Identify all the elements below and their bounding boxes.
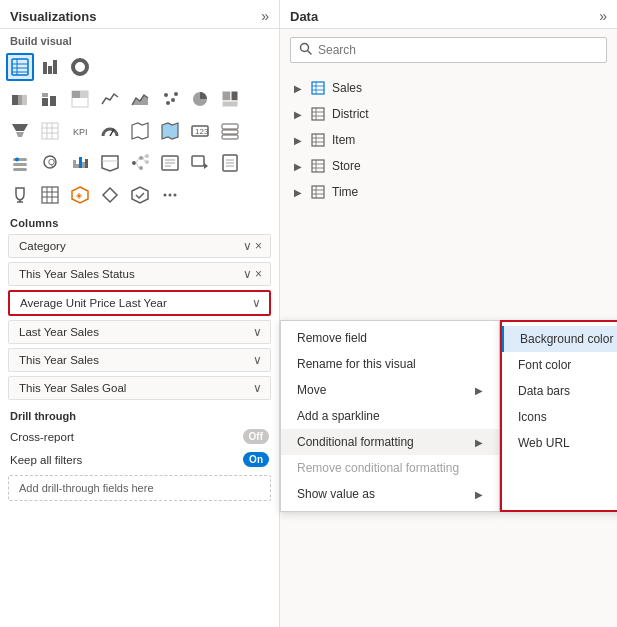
scatter-icon[interactable] bbox=[156, 85, 184, 113]
svg-rect-42 bbox=[222, 130, 238, 134]
custom-icon1[interactable]: ◈ bbox=[66, 181, 94, 209]
narrative-icon[interactable] bbox=[156, 149, 184, 177]
svg-line-62 bbox=[136, 158, 139, 163]
custom-icon2[interactable] bbox=[96, 181, 124, 209]
multirow-card-icon[interactable] bbox=[216, 117, 244, 145]
svg-rect-7 bbox=[53, 60, 57, 74]
menu-conditional-formatting[interactable]: Conditional formatting ▶ bbox=[281, 429, 499, 455]
item-label: Item bbox=[332, 133, 355, 147]
svg-marker-85 bbox=[103, 188, 117, 202]
drill-through-label: Drill through bbox=[0, 402, 279, 425]
right-panel-header: Data » bbox=[280, 0, 617, 29]
svg-rect-13 bbox=[42, 98, 48, 106]
field-category-label: Category bbox=[19, 240, 243, 252]
tree-item-store[interactable]: ▶ Store bbox=[290, 153, 607, 179]
sales-table-icon bbox=[310, 80, 326, 96]
left-panel-collapse[interactable]: » bbox=[261, 8, 269, 24]
field-avg-unit-price[interactable]: Average Unit Price Last Year ∨ bbox=[8, 290, 271, 316]
clustered-bar-icon[interactable] bbox=[36, 85, 64, 113]
cross-report-toggle[interactable]: Off bbox=[243, 429, 269, 444]
gauge-icon[interactable] bbox=[96, 117, 124, 145]
waterfall-icon[interactable] bbox=[66, 149, 94, 177]
map-icon[interactable] bbox=[126, 117, 154, 145]
right-panel-collapse[interactable]: » bbox=[599, 8, 607, 24]
field-tys-actions: ∨ bbox=[253, 353, 262, 367]
submenu-font-color[interactable]: Font color bbox=[502, 352, 617, 378]
menu-remove-field[interactable]: Remove field bbox=[281, 325, 499, 351]
decomp-tree-icon[interactable] bbox=[126, 149, 154, 177]
tree-item-district[interactable]: ▶ District bbox=[290, 101, 607, 127]
vis-icon-row-4: Q bbox=[0, 147, 279, 179]
qna-icon[interactable]: Q bbox=[36, 149, 64, 177]
svg-point-60 bbox=[145, 154, 149, 158]
menu-rename-visual[interactable]: Rename for this visual bbox=[281, 351, 499, 377]
keep-filters-toggle[interactable]: On bbox=[243, 452, 269, 467]
stacked-bar-icon[interactable] bbox=[6, 85, 34, 113]
tree-item-item[interactable]: ▶ Item bbox=[290, 127, 607, 153]
funnel-icon[interactable] bbox=[6, 117, 34, 145]
matrix-icon[interactable] bbox=[36, 117, 64, 145]
menu-add-sparkline[interactable]: Add a sparkline bbox=[281, 403, 499, 429]
ribbon-icon[interactable] bbox=[96, 149, 124, 177]
time-table-icon bbox=[310, 184, 326, 200]
conditional-formatting-submenu: Background color Font color Data bars Ic… bbox=[500, 320, 617, 512]
field-lys-label: Last Year Sales bbox=[19, 326, 253, 338]
menu-show-value-as[interactable]: Show value as ▶ bbox=[281, 481, 499, 507]
svg-rect-45 bbox=[13, 163, 27, 166]
svg-rect-43 bbox=[222, 135, 238, 139]
conditional-formatting-chevron-icon: ▶ bbox=[475, 437, 483, 448]
search-box[interactable] bbox=[290, 37, 607, 63]
svg-text:Q: Q bbox=[48, 157, 55, 167]
custom-icon3[interactable] bbox=[126, 181, 154, 209]
field-last-year-sales[interactable]: Last Year Sales ∨ bbox=[8, 320, 271, 344]
paginated-icon[interactable] bbox=[216, 149, 244, 177]
submenu-icons[interactable]: Icons bbox=[502, 404, 617, 430]
sales-label: Sales bbox=[332, 81, 362, 95]
submenu-background-color[interactable]: Background color bbox=[502, 326, 617, 352]
svg-rect-30 bbox=[42, 123, 58, 139]
table2-icon[interactable] bbox=[36, 181, 64, 209]
time-chevron: ▶ bbox=[294, 187, 306, 198]
trophy-icon[interactable] bbox=[6, 181, 34, 209]
svg-point-20 bbox=[164, 93, 168, 97]
field-this-year-sales-goal[interactable]: This Year Sales Goal ∨ bbox=[8, 376, 271, 400]
100pct-bar-icon[interactable] bbox=[66, 85, 94, 113]
slicer-icon[interactable] bbox=[6, 149, 34, 177]
table-vis-icon[interactable] bbox=[6, 53, 34, 81]
svg-marker-38 bbox=[162, 123, 178, 139]
search-input[interactable] bbox=[318, 43, 598, 57]
submenu-data-bars[interactable]: Data bars bbox=[502, 378, 617, 404]
field-this-year-sales[interactable]: This Year Sales ∨ bbox=[8, 348, 271, 372]
card-icon[interactable]: 123 bbox=[186, 117, 214, 145]
svg-rect-96 bbox=[312, 108, 324, 120]
submenu-web-url[interactable]: Web URL bbox=[502, 430, 617, 456]
tree-item-time[interactable]: ▶ Time bbox=[290, 179, 607, 205]
data-panel-title: Data bbox=[290, 9, 318, 24]
line-chart-icon[interactable] bbox=[96, 85, 124, 113]
filled-map-icon[interactable] bbox=[156, 117, 184, 145]
svg-point-88 bbox=[169, 194, 172, 197]
svg-rect-53 bbox=[82, 162, 85, 168]
pie-chart-icon[interactable] bbox=[186, 85, 214, 113]
add-drillthrough-fields[interactable]: Add drill-through fields here bbox=[8, 475, 271, 501]
svg-text:◈: ◈ bbox=[76, 191, 83, 200]
visualizations-panel: Visualizations » Build visual bbox=[0, 0, 280, 627]
area-chart-icon[interactable] bbox=[126, 85, 154, 113]
donut-chart-icon[interactable] bbox=[66, 53, 94, 81]
district-chevron: ▶ bbox=[294, 109, 306, 120]
svg-rect-17 bbox=[72, 91, 80, 98]
field-this-year-sales-status[interactable]: This Year Sales Status ∨ × bbox=[8, 262, 271, 286]
svg-rect-26 bbox=[231, 91, 238, 101]
bar-chart-icon[interactable] bbox=[36, 53, 64, 81]
treemap-icon[interactable] bbox=[216, 85, 244, 113]
tree-item-sales[interactable]: ▶ Sales bbox=[290, 75, 607, 101]
more-options-icon[interactable] bbox=[156, 181, 184, 209]
menu-move[interactable]: Move ▶ bbox=[281, 377, 499, 403]
kpi-icon[interactable]: KPI bbox=[66, 117, 94, 145]
field-tyss-actions: ∨ × bbox=[243, 267, 262, 281]
smart-narrative-icon[interactable] bbox=[186, 149, 214, 177]
keep-filters-row: Keep all filters On bbox=[0, 448, 279, 471]
field-tyss-label: This Year Sales Status bbox=[19, 268, 243, 280]
field-category[interactable]: Category ∨ × bbox=[8, 234, 271, 258]
cross-report-label: Cross-report bbox=[10, 431, 74, 443]
